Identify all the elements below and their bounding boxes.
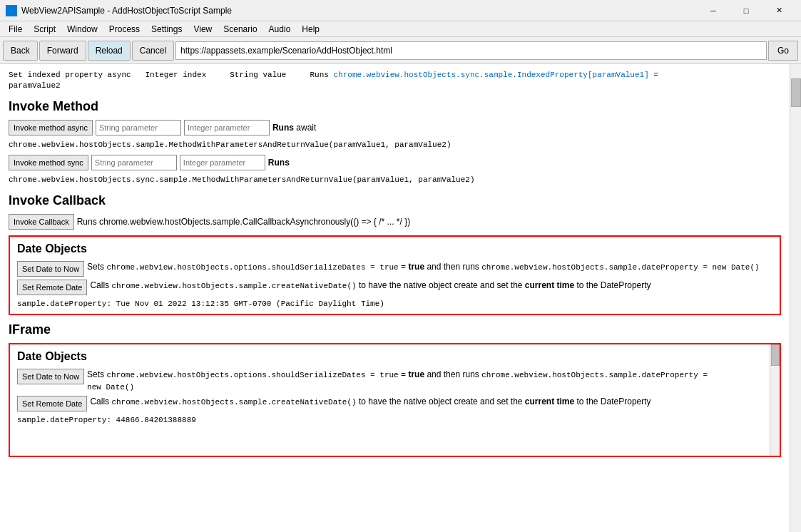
title-bar: WebView2APISample - AddHostObjectToScrip… bbox=[0, 0, 801, 21]
menu-scenario[interactable]: Scenario bbox=[218, 23, 262, 36]
sync-int-param[interactable] bbox=[180, 155, 265, 170]
cancel-button[interactable]: Cancel bbox=[132, 41, 174, 61]
invoke-callback-row: Invoke Callback Runs chrome.webview.host… bbox=[9, 214, 781, 230]
date-output: sample.dateProperty: Tue Nov 01 2022 13:… bbox=[17, 300, 772, 308]
iframe-title: IFrame bbox=[9, 322, 781, 337]
iframe-set-date-row: Set Date to Now Sets chrome.webview.host… bbox=[17, 369, 760, 394]
truncated-top: Set indexed property async Integer index… bbox=[9, 70, 781, 92]
invoke-method-title: Invoke Method bbox=[9, 99, 781, 114]
async-int-param[interactable] bbox=[184, 120, 270, 135]
menu-file[interactable]: File bbox=[3, 23, 28, 36]
callback-runs-text: Runs chrome.webview.hostObjects.sample.C… bbox=[77, 217, 411, 227]
iframe-set-remote-button[interactable]: Set Remote Date bbox=[17, 396, 87, 411]
date-objects-title: Date Objects bbox=[17, 242, 772, 255]
set-date-row: Set Date to Now Sets chrome.webview.host… bbox=[17, 261, 772, 277]
menu-audio[interactable]: Audio bbox=[263, 23, 297, 36]
set-date-button[interactable]: Set Date to Now bbox=[17, 261, 84, 277]
go-button[interactable]: Go bbox=[768, 41, 798, 61]
set-remote-button[interactable]: Set Remote Date bbox=[17, 280, 87, 295]
iframe-set-date-code1: chrome.webview.hostObjects.options.shoul… bbox=[106, 371, 398, 379]
invoke-sync-row: Invoke method sync Runs bbox=[9, 155, 781, 170]
invoke-callback-title: Invoke Callback bbox=[9, 193, 781, 208]
truncated-line2: paramValue2 bbox=[9, 81, 61, 90]
iframe-scrollbar-thumb bbox=[771, 344, 780, 366]
iframe-date-objects-title: Date Objects bbox=[17, 350, 760, 363]
main-wrapper: Set indexed property async Integer index… bbox=[0, 64, 801, 532]
set-remote-row: Set Remote Date Calls chrome.webview.hos… bbox=[17, 280, 772, 295]
async-runs-prefix: Runs await bbox=[272, 123, 316, 133]
set-date-description: Sets chrome.webview.hostObjects.options.… bbox=[87, 261, 772, 273]
iframe-set-date-code2: chrome.webview.hostObjects.sample.datePr… bbox=[481, 371, 708, 379]
url-input[interactable] bbox=[175, 41, 767, 60]
menu-view[interactable]: View bbox=[188, 23, 218, 36]
iframe-scrollbar[interactable] bbox=[770, 344, 780, 456]
maximize-button[interactable]: □ bbox=[730, 0, 762, 21]
main-scrollbar-thumb bbox=[791, 78, 801, 107]
iframe-set-date-description: Sets chrome.webview.hostObjects.options.… bbox=[87, 369, 760, 394]
sync-runs-prefix: Runs bbox=[268, 158, 290, 168]
menu-bar: File Script Window Process Settings View… bbox=[0, 21, 801, 37]
reload-button[interactable]: Reload bbox=[88, 41, 131, 61]
invoke-callback-button[interactable]: Invoke Callback bbox=[9, 214, 74, 230]
close-button[interactable]: ✕ bbox=[762, 0, 795, 21]
truncated-line: Set indexed property async Integer index… bbox=[9, 71, 658, 79]
main-scrollbar[interactable] bbox=[790, 64, 801, 532]
iframe-set-date-code3: new Date() bbox=[87, 383, 134, 392]
iframe-section: IFrame Date Objects Set Date to Now Sets… bbox=[9, 322, 781, 457]
menu-process[interactable]: Process bbox=[103, 23, 146, 36]
forward-button[interactable]: Forward bbox=[39, 41, 86, 61]
sync-string-param[interactable] bbox=[91, 155, 177, 170]
set-date-code1: chrome.webview.hostObjects.options.shoul… bbox=[106, 263, 398, 272]
content-area: Set indexed property async Integer index… bbox=[0, 64, 790, 532]
minimize-button[interactable]: ─ bbox=[697, 0, 730, 21]
menu-window[interactable]: Window bbox=[61, 23, 103, 36]
iframe-inner-box: Date Objects Set Date to Now Sets chrome… bbox=[9, 343, 781, 457]
iframe-set-date-button[interactable]: Set Date to Now bbox=[17, 369, 84, 384]
async-code-line: chrome.webview.hostObjects.sample.Method… bbox=[9, 140, 781, 150]
title-bar-text: WebView2APISample - AddHostObjectToScrip… bbox=[21, 6, 697, 16]
back-button[interactable]: Back bbox=[3, 41, 38, 61]
iframe-set-remote-row: Set Remote Date Calls chrome.webview.hos… bbox=[17, 396, 760, 411]
invoke-sync-button[interactable]: Invoke method sync bbox=[9, 155, 88, 170]
invoke-async-button[interactable]: Invoke method async bbox=[9, 120, 93, 135]
async-string-param[interactable] bbox=[96, 120, 181, 135]
menu-help[interactable]: Help bbox=[296, 23, 325, 36]
set-remote-code: chrome.webview.hostObjects.sample.create… bbox=[111, 282, 356, 290]
invoke-async-row: Invoke method async Runs await bbox=[9, 120, 781, 135]
menu-settings[interactable]: Settings bbox=[146, 23, 188, 36]
title-bar-controls: ─ □ ✕ bbox=[697, 0, 795, 21]
nav-bar: Back Forward Reload Cancel Go bbox=[0, 37, 801, 64]
set-remote-description: Calls chrome.webview.hostObjects.sample.… bbox=[90, 280, 772, 292]
iframe-set-remote-description: Calls chrome.webview.hostObjects.sample.… bbox=[90, 396, 760, 408]
iframe-set-remote-code: chrome.webview.hostObjects.sample.create… bbox=[111, 398, 356, 406]
iframe-date-output: sample.dateProperty: 44866.84201388889 bbox=[17, 416, 760, 424]
menu-script[interactable]: Script bbox=[28, 23, 61, 36]
date-objects-box: Date Objects Set Date to Now Sets chrome… bbox=[9, 235, 781, 315]
sync-code-line: chrome.webview.hostObjects.sync.sample.M… bbox=[9, 175, 781, 185]
app-icon bbox=[6, 5, 17, 16]
set-date-code2: chrome.webview.hostObjects.sample.datePr… bbox=[481, 263, 759, 272]
